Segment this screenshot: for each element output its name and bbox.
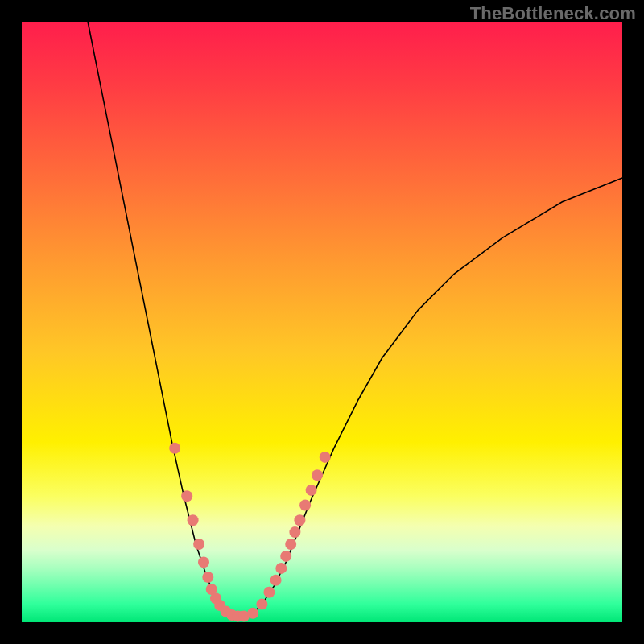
chart-frame: TheBottleneck.com xyxy=(0,0,644,644)
plot-background-gradient xyxy=(22,22,622,622)
watermark-text: TheBottleneck.com xyxy=(470,3,636,24)
